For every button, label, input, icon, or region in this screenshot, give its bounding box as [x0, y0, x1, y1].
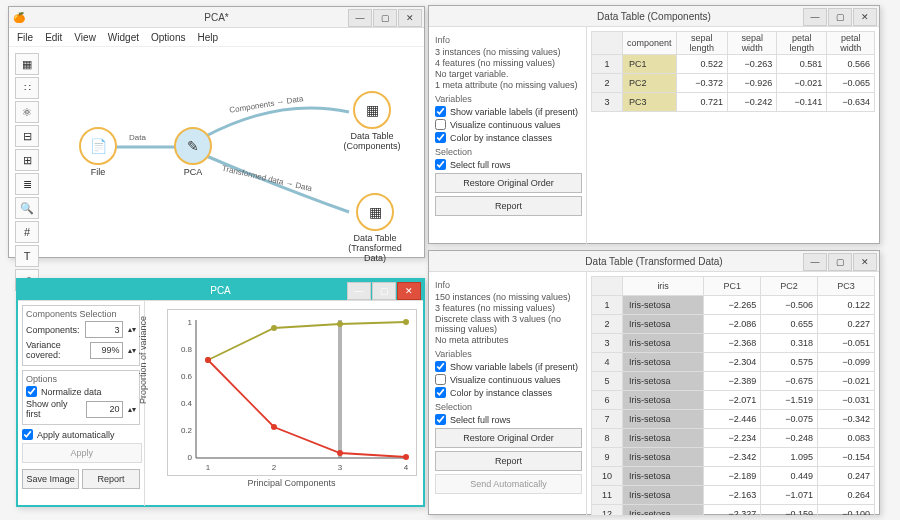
table-row[interactable]: 3Iris-setosa−2.3680.318−0.051 — [592, 334, 875, 353]
canvas-titlebar[interactable]: 🍊 PCA* — ▢ ✕ — [9, 7, 424, 28]
info-line: 4 features (no missing values) — [435, 58, 580, 68]
matrix-icon[interactable]: ⊞ — [15, 149, 39, 171]
chart-xlabel: Principal Components — [167, 478, 417, 488]
dt-transformed-titlebar[interactable]: Data Table (Transformed Data) —▢✕ — [429, 251, 879, 272]
node-pca[interactable]: ✎PCA — [174, 127, 212, 177]
svg-text:0.6: 0.6 — [180, 372, 192, 381]
dt-components-titlebar[interactable]: Data Table (Components) —▢✕ — [429, 6, 879, 27]
svg-text:2: 2 — [271, 463, 276, 472]
edge-label-components: Components → Data — [229, 94, 304, 115]
table-row[interactable]: 8Iris-setosa−2.234−0.2480.083 — [592, 429, 875, 448]
close-button[interactable]: ✕ — [853, 253, 877, 271]
close-button[interactable]: ✕ — [398, 9, 422, 27]
pca-chart[interactable]: 00.20.4 0.60.81 1234 — [167, 309, 417, 476]
table-row[interactable]: 1Iris-setosa−2.265−0.5060.122 — [592, 296, 875, 315]
hash-icon[interactable]: # — [15, 221, 39, 243]
menu-options[interactable]: Options — [151, 32, 185, 43]
apply-button[interactable]: Apply — [22, 443, 142, 463]
variance-spinner[interactable]: 99% — [90, 342, 122, 359]
restore-order-button[interactable]: Restore Original Order — [435, 173, 582, 193]
list-icon[interactable]: ≣ — [15, 173, 39, 195]
minimize-button[interactable]: — — [348, 9, 372, 27]
zoom-icon[interactable]: 🔍 — [15, 197, 39, 219]
grid-icon[interactable]: ▦ — [15, 53, 39, 75]
node-datatable-transformed[interactable]: ▦Data Table (Transformed Data) — [337, 193, 413, 263]
svg-text:1: 1 — [187, 318, 192, 327]
apply-auto-checkbox[interactable] — [22, 429, 33, 440]
color-checkbox[interactable] — [435, 387, 446, 398]
fullrows-checkbox[interactable] — [435, 414, 446, 425]
scatter-icon[interactable]: ∷ — [15, 77, 39, 99]
minimize-button[interactable]: — — [803, 253, 827, 271]
menu-view[interactable]: View — [74, 32, 96, 43]
varlabels-checkbox[interactable] — [435, 361, 446, 372]
table-row[interactable]: 7Iris-setosa−2.446−0.075−0.342 — [592, 410, 875, 429]
table-row[interactable]: 5Iris-setosa−2.389−0.675−0.021 — [592, 372, 875, 391]
svg-text:1: 1 — [205, 463, 210, 472]
info-line: 150 instances (no missing values) — [435, 292, 580, 302]
pca-titlebar[interactable]: PCA — ▢ ✕ — [18, 280, 423, 301]
svg-point-14 — [271, 325, 277, 331]
pca-sidebar: Components Selection Components:3▴▾ Vari… — [18, 301, 145, 506]
components-table[interactable]: componentsepal lengthsepal widthpetal le… — [591, 31, 875, 112]
info-line: 3 features (no missing values) — [435, 303, 580, 313]
minimize-button[interactable]: — — [347, 282, 371, 300]
show-first-spinner[interactable]: 20 — [86, 401, 122, 418]
svg-point-16 — [403, 319, 409, 325]
node-datatable-components[interactable]: ▦Data Table (Components) — [337, 91, 407, 151]
table-row[interactable]: 10Iris-setosa−2.1890.4490.247 — [592, 467, 875, 486]
report-button[interactable]: Report — [435, 196, 582, 216]
table-row[interactable]: 2PC2−0.372−0.926−0.021−0.065 — [592, 74, 875, 93]
maximize-button[interactable]: ▢ — [828, 8, 852, 26]
fullrows-checkbox[interactable] — [435, 159, 446, 170]
workflow-canvas[interactable]: ▦ ∷ ⚛ ⊟ ⊞ ≣ 🔍 # T ↗ Data Components → Da… — [9, 47, 424, 257]
components-spinner[interactable]: 3 — [85, 321, 123, 338]
table-row[interactable]: 3PC30.721−0.242−0.141−0.634 — [592, 93, 875, 112]
normalize-checkbox[interactable] — [26, 386, 37, 397]
window-title: Data Table (Transformed Data) — [585, 256, 722, 267]
info-line: No meta attributes — [435, 335, 580, 345]
svg-point-17 — [205, 357, 211, 363]
table-row[interactable]: 9Iris-setosa−2.3421.095−0.154 — [592, 448, 875, 467]
maximize-button[interactable]: ▢ — [828, 253, 852, 271]
window-title: PCA — [210, 285, 231, 296]
table-row[interactable]: 12Iris-setosa−2.327−0.159−0.100 — [592, 505, 875, 516]
varlabels-checkbox[interactable] — [435, 106, 446, 117]
canvas-menubar: File Edit View Widget Options Help — [9, 28, 424, 47]
menu-file[interactable]: File — [17, 32, 33, 43]
text-icon[interactable]: T — [15, 245, 39, 267]
edge-label-data: Data — [129, 133, 146, 142]
save-image-button[interactable]: Save Image — [22, 469, 79, 489]
menu-help[interactable]: Help — [197, 32, 218, 43]
transformed-table[interactable]: irisPC1PC2PC3 1Iris-setosa−2.265−0.5060.… — [591, 276, 875, 515]
svg-text:3: 3 — [337, 463, 342, 472]
menu-widget[interactable]: Widget — [108, 32, 139, 43]
table-row[interactable]: 2Iris-setosa−2.0860.6550.227 — [592, 315, 875, 334]
color-checkbox[interactable] — [435, 132, 446, 143]
table-row[interactable]: 1PC10.522−0.2630.5810.566 — [592, 55, 875, 74]
table-row[interactable]: 6Iris-setosa−2.071−1.519−0.031 — [592, 391, 875, 410]
menu-edit[interactable]: Edit — [45, 32, 62, 43]
dt-transformed-sidebar: Info 150 instances (no missing values)3 … — [429, 272, 587, 515]
close-button[interactable]: ✕ — [853, 8, 877, 26]
restore-order-button[interactable]: Restore Original Order — [435, 428, 582, 448]
network-icon[interactable]: ⚛ — [15, 101, 39, 123]
table-row[interactable]: 11Iris-setosa−2.163−1.0710.264 — [592, 486, 875, 505]
datatable-components-window: Data Table (Components) —▢✕ Info 3 insta… — [428, 5, 880, 244]
pca-widget-window: PCA — ▢ ✕ Components Selection Component… — [16, 278, 425, 507]
table-row[interactable]: 4Iris-setosa−2.3040.575−0.099 — [592, 353, 875, 372]
visualize-checkbox[interactable] — [435, 119, 446, 130]
visualize-checkbox[interactable] — [435, 374, 446, 385]
maximize-button[interactable]: ▢ — [373, 9, 397, 27]
node-file[interactable]: 📄File — [79, 127, 117, 177]
minimize-button[interactable]: — — [803, 8, 827, 26]
svg-point-20 — [403, 454, 409, 460]
report-button[interactable]: Report — [82, 469, 139, 489]
close-button[interactable]: ✕ — [397, 282, 421, 300]
send-auto-button[interactable]: Send Automatically — [435, 474, 582, 494]
canvas-title: PCA* — [204, 12, 228, 23]
tree-icon[interactable]: ⊟ — [15, 125, 39, 147]
maximize-button[interactable]: ▢ — [372, 282, 396, 300]
report-button[interactable]: Report — [435, 451, 582, 471]
info-line: 1 meta attribute (no missing values) — [435, 80, 580, 90]
